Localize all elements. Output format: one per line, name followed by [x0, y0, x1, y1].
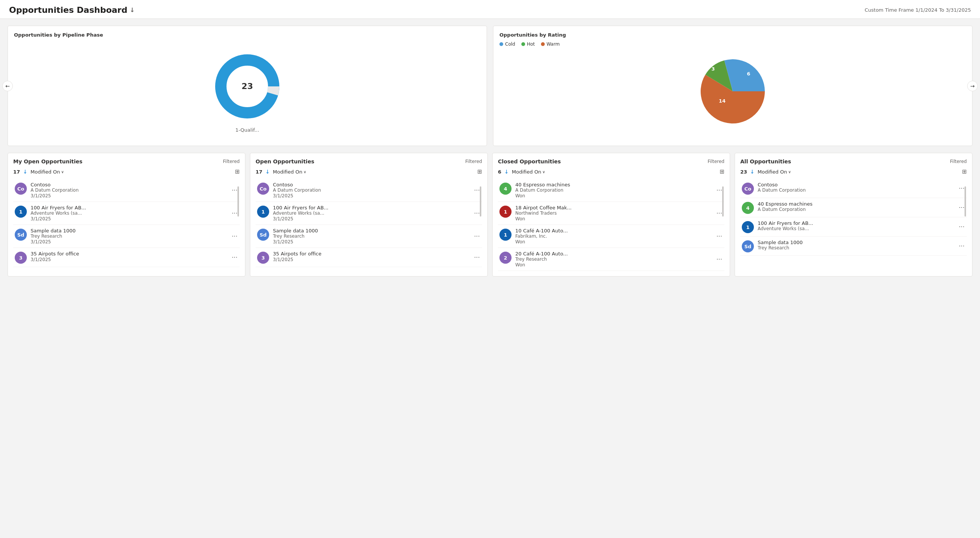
item-info-open-2: Sample data 1000 Trey Research 3/1/2025 [273, 228, 469, 244]
item-more-closed-2[interactable]: ··· [716, 233, 723, 240]
legend-warm: Warm [541, 41, 560, 47]
list-item-closed-1[interactable]: 1 18 Airpot Coffee Mak... Northwind Trad… [498, 202, 724, 225]
list-scroll-wrapper-all: Co Contoso A Datum Corporation ··· 4 40 … [740, 179, 967, 256]
item-date-open-2: 3/1/2025 [273, 239, 293, 244]
list-filtered-closed: Filtered [708, 159, 724, 164]
item-info-all-1: 40 Espresso machines A Datum Corporation [758, 201, 955, 212]
list-item-closed-3[interactable]: 2 20 Café A-100 Auto... Trey Research Wo… [498, 248, 724, 271]
avatar-my-open-0: Co [15, 183, 27, 195]
sort-label-open[interactable]: Modified On ∨ [273, 169, 306, 175]
sort-label-closed[interactable]: Modified On ∨ [512, 169, 545, 175]
list-items-my-open: Co Contoso A Datum Corporation 3/1/2025 … [13, 179, 240, 267]
timeframe-label: Custom Time Frame 1/1/2024 To 3/31/2025 [864, 7, 971, 13]
view-icon-all[interactable]: ⊞ [962, 168, 967, 175]
title-dropdown-icon[interactable]: ↓ [129, 6, 134, 14]
list-item-open-0[interactable]: Co Contoso A Datum Corporation 3/1/2025 … [256, 179, 482, 202]
item-name-open-1: 100 Air Fryers for AB... [273, 205, 469, 211]
list-filtered-open: Filtered [466, 159, 482, 164]
item-info-open-3: 35 Airpots for office 3/1/2025 [273, 251, 469, 262]
left-nav-arrow[interactable]: ← [2, 81, 13, 91]
item-sub-all-0: A Datum Corporation [758, 187, 955, 193]
item-name-all-0: Contoso [758, 182, 955, 187]
page-title: Opportunities Dashboard [9, 5, 127, 15]
item-sub-closed-0: A Datum Corporation [515, 187, 712, 193]
list-scrollbar-my-open[interactable] [237, 186, 239, 217]
avatar-all-1: 4 [742, 202, 754, 214]
item-sub-open-0: A Datum Corporation [273, 187, 469, 193]
list-items-open: Co Contoso A Datum Corporation 3/1/2025 … [256, 179, 482, 267]
list-item-all-0[interactable]: Co Contoso A Datum Corporation ··· [740, 179, 967, 198]
item-more-closed-3[interactable]: ··· [716, 256, 723, 263]
view-icon-closed[interactable]: ⊞ [719, 168, 724, 175]
sort-arrow-closed[interactable]: ↓ [504, 169, 509, 175]
right-nav-arrow[interactable]: → [967, 81, 978, 91]
list-item-closed-0[interactable]: 4 40 Espresso machines A Datum Corporati… [498, 179, 724, 202]
list-card-my-open: My Open Opportunities Filtered 17 ↓ Modi… [8, 153, 245, 276]
list-item-open-1[interactable]: 1 100 Air Fryers for AB... Adventure Wor… [256, 202, 482, 225]
view-icon-my-open[interactable]: ⊞ [235, 168, 240, 175]
list-item-my-open-2[interactable]: Sd Sample data 1000 Trey Research 3/1/20… [13, 225, 240, 248]
list-item-my-open-1[interactable]: 1 100 Air Fryers for AB... Adventure Wor… [13, 202, 240, 225]
list-item-open-3[interactable]: 3 35 Airpots for office 3/1/2025 ··· [256, 248, 482, 267]
item-more-open-3[interactable]: ··· [473, 254, 480, 261]
item-info-all-0: Contoso A Datum Corporation [758, 182, 955, 193]
item-more-all-3[interactable]: ··· [958, 243, 965, 250]
legend-cold-label: Cold [505, 41, 515, 47]
list-item-all-3[interactable]: Sd Sample data 1000 Trey Research ··· [740, 236, 967, 256]
donut-svg: 23 [210, 49, 285, 124]
avatar-open-3: 3 [257, 252, 269, 264]
list-item-all-2[interactable]: 1 100 Air Fryers for AB... Adventure Wor… [740, 217, 967, 236]
rating-chart-title: Opportunities by Rating [500, 32, 966, 38]
list-item-my-open-3[interactable]: 3 35 Airpots for office 3/1/2025 ··· [13, 248, 240, 267]
sort-arrow-my-open[interactable]: ↓ [23, 169, 27, 175]
list-item-my-open-0[interactable]: Co Contoso A Datum Corporation 3/1/2025 … [13, 179, 240, 202]
charts-row: ← Opportunities by Pipeline Phase 23 1-Q… [8, 25, 972, 146]
list-filtered-my-open: Filtered [223, 159, 240, 164]
item-status-closed-1: Won [515, 216, 525, 221]
list-title-closed: Closed Opportunities [498, 159, 561, 165]
item-name-closed-1: 18 Airpot Coffee Mak... [515, 205, 712, 211]
item-more-all-2[interactable]: ··· [958, 223, 965, 230]
list-scroll-wrapper-closed: 4 40 Espresso machines A Datum Corporati… [498, 179, 724, 271]
item-date-my-open-2: 3/1/2025 [30, 239, 51, 244]
legend-cold-dot [500, 42, 503, 46]
legend-hot-label: Hot [527, 41, 535, 47]
list-scrollbar-open[interactable] [480, 186, 481, 217]
list-item-open-2[interactable]: Sd Sample data 1000 Trey Research 3/1/20… [256, 225, 482, 248]
item-more-my-open-3[interactable]: ··· [231, 254, 238, 261]
list-controls-open: 17 ↓ Modified On ∨ ⊞ [256, 168, 482, 175]
legend-hot-dot [521, 42, 525, 46]
item-more-my-open-2[interactable]: ··· [231, 233, 238, 240]
item-name-all-3: Sample data 1000 [758, 240, 955, 245]
list-count-closed: 6 [498, 169, 501, 175]
item-status-closed-3: Won [515, 262, 525, 268]
item-info-open-1: 100 Air Fryers for AB... Adventure Works… [273, 205, 469, 221]
item-name-my-open-1: 100 Air Fryers for AB... [30, 205, 227, 211]
item-more-open-2[interactable]: ··· [473, 233, 480, 240]
item-date-open-3: 3/1/2025 [273, 257, 293, 262]
avatar-my-open-2: Sd [15, 229, 27, 241]
item-info-closed-2: 10 Café A-100 Auto... Fabrikam, Inc. Won [515, 228, 712, 244]
donut-chart-container: 23 1-Qualif... [14, 41, 480, 140]
view-icon-open[interactable]: ⊞ [477, 168, 482, 175]
list-scrollbar-all[interactable] [964, 186, 966, 217]
list-item-all-1[interactable]: 4 40 Espresso machines A Datum Corporati… [740, 198, 967, 217]
legend-cold: Cold [500, 41, 515, 47]
sort-arrow-all[interactable]: ↓ [750, 169, 755, 175]
sort-arrow-open[interactable]: ↓ [266, 169, 270, 175]
item-info-my-open-0: Contoso A Datum Corporation 3/1/2025 [30, 182, 227, 198]
list-header-all: All Opportunities Filtered [740, 159, 967, 165]
list-item-closed-2[interactable]: 1 10 Café A-100 Auto... Fabrikam, Inc. W… [498, 225, 724, 248]
sort-label-all[interactable]: Modified On ∨ [758, 169, 791, 175]
sort-label-my-open[interactable]: Modified On ∨ [30, 169, 64, 175]
list-scrollbar-closed[interactable] [722, 186, 724, 217]
list-header-closed: Closed Opportunities Filtered [498, 159, 724, 165]
svg-text:23: 23 [242, 81, 253, 91]
item-sub-open-2: Trey Research [273, 233, 469, 239]
item-sub-my-open-0: A Datum Corporation [30, 187, 227, 193]
item-sub-all-2: Adventure Works (sa... [758, 226, 955, 231]
item-sub-closed-1: Northwind Traders [515, 211, 712, 216]
item-name-all-1: 40 Espresso machines [758, 201, 955, 207]
donut-label: 1-Qualif... [235, 127, 259, 133]
list-count-all: 23 [740, 169, 747, 175]
